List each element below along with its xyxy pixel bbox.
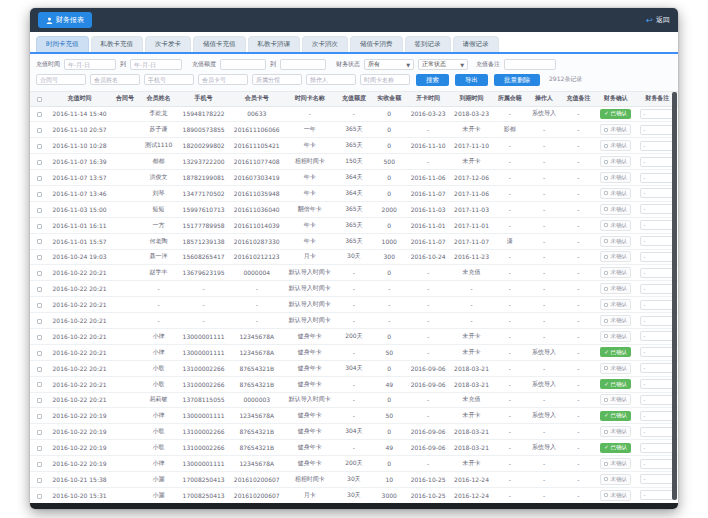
unconfirmed-toggle[interactable]: 未确认: [600, 315, 631, 326]
unconfirmed-toggle[interactable]: 未确认: [600, 172, 631, 183]
recharge-time-to-input[interactable]: [130, 59, 182, 70]
filter-input-3[interactable]: [144, 74, 194, 85]
row-checkbox[interactable]: [37, 319, 42, 324]
finance-note-input[interactable]: [640, 173, 674, 183]
filter-input-1[interactable]: [36, 74, 86, 85]
finance-note-input[interactable]: [640, 109, 674, 119]
recharge-time-from-input[interactable]: [64, 59, 116, 70]
unconfirmed-toggle[interactable]: 未确认: [600, 474, 631, 485]
row-checkbox[interactable]: [37, 382, 42, 387]
unconfirmed-toggle[interactable]: 未确认: [600, 394, 631, 405]
state-select[interactable]: 正常状态 ▼: [418, 59, 468, 70]
select-all-checkbox[interactable]: [37, 97, 42, 102]
row-checkbox[interactable]: [37, 446, 42, 451]
finance-note-input[interactable]: [640, 331, 674, 341]
confirmed-badge[interactable]: ✓ 已确认: [600, 411, 631, 421]
search-button[interactable]: 搜索: [416, 74, 449, 86]
row-checkbox[interactable]: [37, 144, 42, 149]
finance-note-input[interactable]: [640, 316, 674, 326]
unconfirmed-toggle[interactable]: 未确认: [600, 267, 631, 278]
finance-note-input[interactable]: [640, 379, 674, 389]
row-checkbox[interactable]: [37, 414, 42, 419]
tab-6[interactable]: 次卡消次: [302, 36, 348, 52]
tab-4[interactable]: 储值卡充值: [193, 36, 246, 52]
confirmed-badge[interactable]: ✓ 已确认: [600, 109, 631, 119]
finance-note-input[interactable]: [640, 395, 674, 405]
back-control[interactable]: ↩ 返回: [646, 15, 670, 25]
row-checkbox[interactable]: [37, 192, 42, 197]
row-checkbox[interactable]: [37, 128, 42, 133]
finance-note-input[interactable]: [640, 188, 674, 198]
filter-input-5[interactable]: [252, 74, 302, 85]
confirmed-badge[interactable]: ✓ 已确认: [600, 443, 631, 453]
filter-input-2[interactable]: [90, 74, 140, 85]
row-checkbox[interactable]: [37, 224, 42, 229]
row-checkbox[interactable]: [37, 462, 42, 467]
row-checkbox[interactable]: [37, 398, 42, 403]
unconfirmed-toggle[interactable]: 未确认: [600, 490, 631, 501]
tab-7[interactable]: 储值卡消费: [350, 36, 403, 52]
finance-note-input[interactable]: [640, 490, 674, 500]
unconfirmed-toggle[interactable]: 未确认: [600, 458, 631, 469]
filter-input-4[interactable]: [198, 74, 248, 85]
finance-note-input[interactable]: [640, 236, 674, 246]
tab-9[interactable]: 请假记录: [453, 36, 499, 52]
unconfirmed-toggle[interactable]: 未确认: [600, 299, 631, 310]
finance-note-input[interactable]: [640, 300, 674, 310]
finance-note-input[interactable]: [640, 347, 674, 357]
unconfirmed-toggle[interactable]: 未确认: [600, 251, 631, 262]
finance-note-input[interactable]: [640, 125, 674, 135]
remark-input[interactable]: [504, 59, 556, 70]
tab-5[interactable]: 私教卡消课: [248, 36, 301, 52]
finance-note-input[interactable]: [640, 157, 674, 167]
amount-to-input[interactable]: [280, 59, 326, 70]
row-checkbox[interactable]: [37, 255, 42, 260]
finance-note-input[interactable]: [640, 363, 674, 373]
finance-status-select[interactable]: 所有 ▼: [364, 59, 414, 70]
amount-from-input[interactable]: [220, 59, 266, 70]
row-checkbox[interactable]: [37, 239, 42, 244]
filter-input-7[interactable]: [360, 74, 410, 85]
row-checkbox[interactable]: [37, 351, 42, 356]
unconfirmed-toggle[interactable]: 未确认: [600, 156, 631, 167]
row-checkbox[interactable]: [37, 478, 42, 483]
batch-delete-button[interactable]: 批量删除: [494, 74, 540, 86]
unconfirmed-toggle[interactable]: 未确认: [600, 331, 631, 342]
confirmed-badge[interactable]: ✓ 已确认: [600, 379, 631, 389]
finance-note-input[interactable]: [640, 268, 674, 278]
finance-note-input[interactable]: [640, 474, 674, 484]
unconfirmed-toggle[interactable]: 未确认: [600, 188, 631, 199]
row-checkbox[interactable]: [37, 367, 42, 372]
unconfirmed-toggle[interactable]: 未确认: [600, 140, 631, 151]
finance-note-input[interactable]: [640, 459, 674, 469]
tab-8[interactable]: 签到记录: [405, 36, 451, 52]
row-checkbox[interactable]: [37, 160, 42, 165]
filter-input-6[interactable]: [306, 74, 356, 85]
confirmed-badge[interactable]: ✓ 已确认: [600, 347, 631, 357]
finance-note-input[interactable]: [640, 141, 674, 151]
unconfirmed-toggle[interactable]: 未确认: [600, 204, 631, 215]
tab-3[interactable]: 次卡发卡: [145, 36, 191, 52]
row-checkbox[interactable]: [37, 271, 42, 276]
row-checkbox[interactable]: [37, 494, 42, 499]
row-checkbox[interactable]: [37, 430, 42, 435]
row-checkbox[interactable]: [37, 335, 42, 340]
unconfirmed-toggle[interactable]: 未确认: [600, 426, 631, 437]
row-checkbox[interactable]: [37, 303, 42, 308]
unconfirmed-toggle[interactable]: 未确认: [600, 220, 631, 231]
finance-note-input[interactable]: [640, 220, 674, 230]
unconfirmed-toggle[interactable]: 未确认: [600, 283, 631, 294]
export-button[interactable]: 导出: [455, 74, 488, 86]
finance-note-input[interactable]: [640, 252, 674, 262]
row-checkbox[interactable]: [37, 176, 42, 181]
tab-1[interactable]: 时间卡充值: [36, 36, 89, 52]
row-checkbox[interactable]: [37, 208, 42, 213]
finance-note-input[interactable]: [640, 443, 674, 453]
unconfirmed-toggle[interactable]: 未确认: [600, 124, 631, 135]
finance-note-input[interactable]: [640, 427, 674, 437]
row-checkbox[interactable]: [37, 287, 42, 292]
finance-note-input[interactable]: [640, 411, 674, 421]
tab-2[interactable]: 私教卡充值: [91, 36, 144, 52]
unconfirmed-toggle[interactable]: 未确认: [600, 236, 631, 247]
finance-report-button[interactable]: 财务报表: [38, 12, 92, 28]
